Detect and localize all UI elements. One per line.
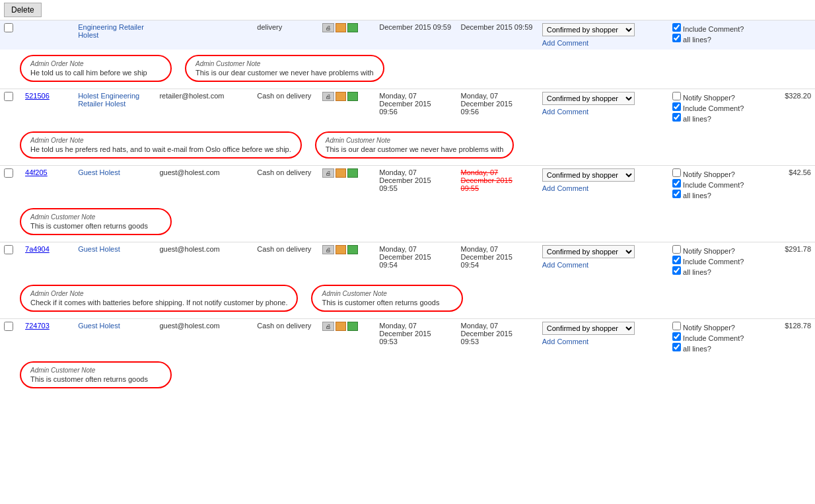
row-checkbox-0[interactable] [4, 92, 13, 101]
notify-label-0[interactable]: Notify Shopper? [672, 92, 754, 102]
all-lines-label-top[interactable]: all lines? [672, 34, 754, 44]
delivery-0: Cash on delivery [253, 89, 318, 127]
doc-icon-3[interactable] [336, 322, 346, 331]
admin-order-note-label-top: Admin Order Note [30, 60, 161, 67]
add-comment-0[interactable]: Add Comment [542, 108, 664, 116]
notify-label-2[interactable]: Notify Shopper? [672, 245, 754, 255]
include-check-0[interactable] [672, 102, 681, 111]
admin-customer-note-text-top: This is our dear customer we never have … [195, 69, 374, 77]
notify-cell-1: Notify Shopper? Include Comment? all lin… [668, 166, 758, 203]
date2-3: Monday, 07December 201509:53 [457, 319, 538, 357]
status-select-2[interactable]: Confirmed by shopper [542, 245, 635, 258]
notify-label-1[interactable]: Notify Shopper? [672, 168, 754, 178]
row-checkbox-1[interactable] [4, 168, 13, 178]
delivery-1: Cash on delivery [253, 166, 318, 203]
notify-cell-3: Notify Shopper? Include Comment? all lin… [668, 319, 758, 357]
include-label-1[interactable]: Include Comment? [672, 179, 754, 189]
printer-icon-1[interactable]: 🖨 [322, 168, 334, 178]
customer-name-2: Guest Holest [78, 245, 120, 253]
note-row-0: Admin Order Note He told us he prefers r… [0, 126, 815, 165]
price-top [758, 20, 815, 50]
admin-order-note-text-0: He told us he prefers red hats, and to w… [30, 145, 291, 153]
admin-customer-note-text-0: This is our dear customer we never have … [326, 145, 504, 153]
order-id-2[interactable]: 7a4904 [25, 245, 50, 253]
alllines-label-3[interactable]: all lines? [672, 343, 754, 353]
notify-check-3[interactable] [672, 322, 681, 330]
alllines-check-2[interactable] [672, 266, 681, 275]
action-icon-1[interactable] [347, 168, 358, 178]
admin-customer-note-label-top: Admin Customer Note [195, 60, 374, 67]
email-0: retailer@holest.com [159, 92, 224, 100]
admin-customer-note-box-0: Admin Customer Note This is our dear cus… [315, 131, 514, 159]
doc-icon-0[interactable] [336, 92, 346, 101]
note-row-1: Admin Customer Note This is customer oft… [0, 203, 815, 242]
alllines-label-0[interactable]: all lines? [672, 113, 754, 123]
printer-icon-3[interactable]: 🖨 [322, 322, 334, 331]
notify-check-2[interactable] [672, 245, 681, 254]
include-label-2[interactable]: Include Comment? [672, 256, 754, 266]
icon-group-2: 🖨 [322, 245, 371, 254]
customer-name-top: Engineering Retailer Holest [78, 23, 144, 39]
date1-1: Monday, 07December 201509:55 [375, 166, 456, 203]
notify-check-0[interactable] [672, 92, 681, 100]
add-comment-1[interactable]: Add Comment [542, 184, 664, 192]
printer-icon[interactable]: 🖨 [322, 23, 334, 32]
admin-customer-note-box-2: Admin Customer Note This is customer oft… [311, 285, 463, 312]
include-label-0[interactable]: Include Comment? [672, 102, 754, 112]
order-id-1[interactable]: 44f205 [25, 168, 48, 176]
status-cell-3: Confirmed by shopper Add Comment [538, 319, 668, 357]
status-select-3[interactable]: Confirmed by shopper [542, 322, 635, 335]
status-select-0[interactable]: Confirmed by shopper [542, 92, 635, 105]
status-select-top[interactable]: Confirmed by shopper [542, 23, 635, 36]
notify-label-3[interactable]: Notify Shopper? [672, 322, 754, 332]
price-1: $42.56 [758, 166, 815, 203]
notify-check-1[interactable] [672, 168, 681, 177]
status-select-1[interactable]: Confirmed by shopper [542, 168, 635, 182]
include-comment-check-top[interactable] [672, 23, 681, 32]
admin-order-note-label-2: Admin Order Note [30, 290, 287, 297]
row-checkbox-3[interactable] [4, 322, 13, 331]
alllines-label-1[interactable]: all lines? [672, 190, 754, 199]
admin-order-note-box-top: Admin Order Note He told us to call him … [20, 55, 172, 82]
all-lines-check-top[interactable] [672, 34, 681, 42]
printer-icon-2[interactable]: 🖨 [322, 245, 334, 254]
include-check-1[interactable] [672, 179, 681, 188]
delete-button[interactable]: Delete [4, 3, 42, 17]
include-check-2[interactable] [672, 256, 681, 264]
table-row: 7a4904 Guest Holest guest@holest.com Cas… [0, 242, 815, 280]
date2-2: Monday, 07December 201509:54 [457, 242, 538, 280]
add-comment-2[interactable]: Add Comment [542, 261, 664, 269]
action-icon[interactable] [347, 23, 358, 32]
row-checkbox-2[interactable] [4, 245, 13, 254]
price-2: $291.78 [758, 242, 815, 280]
include-label-3[interactable]: Include Comment? [672, 332, 754, 342]
include-comment-label-top[interactable]: Include Comment? [672, 23, 754, 33]
notify-cell-0: Notify Shopper? Include Comment? all lin… [668, 89, 758, 127]
doc-icon-1[interactable] [336, 168, 346, 178]
alllines-label-2[interactable]: all lines? [672, 266, 754, 276]
order-id-3[interactable]: 724703 [25, 322, 50, 330]
order-id-0[interactable]: 521506 [25, 92, 50, 100]
add-comment-3[interactable]: Add Comment [542, 338, 664, 345]
admin-order-note-label-0: Admin Order Note [30, 137, 291, 144]
add-comment-top[interactable]: Add Comment [542, 39, 664, 47]
admin-customer-note-label-1: Admin Customer Note [30, 213, 161, 221]
delivery-2: Cash on delivery [253, 242, 318, 280]
admin-customer-note-label-2: Admin Customer Note [322, 290, 452, 297]
alllines-check-0[interactable] [672, 113, 681, 122]
alllines-check-1[interactable] [672, 190, 681, 198]
admin-customer-note-text-2: This is customer often returns goods [322, 299, 452, 306]
admin-order-note-box-0: Admin Order Note He told us he prefers r… [20, 131, 302, 159]
doc-icon-2[interactable] [336, 245, 346, 254]
action-icon-2[interactable] [347, 245, 358, 254]
customer-name-1: Guest Holest [78, 168, 120, 176]
include-check-3[interactable] [672, 332, 681, 341]
doc-icon[interactable] [336, 23, 346, 32]
alllines-check-3[interactable] [672, 343, 681, 351]
table-row: 521506 Holest Engineering Retailer Holes… [0, 89, 815, 127]
date2-0: Monday, 07December 201509:56 [457, 89, 538, 127]
action-icon-3[interactable] [347, 322, 358, 331]
row-checkbox[interactable] [4, 23, 13, 32]
action-icon-0[interactable] [347, 92, 358, 101]
printer-icon-0[interactable]: 🖨 [322, 92, 334, 101]
